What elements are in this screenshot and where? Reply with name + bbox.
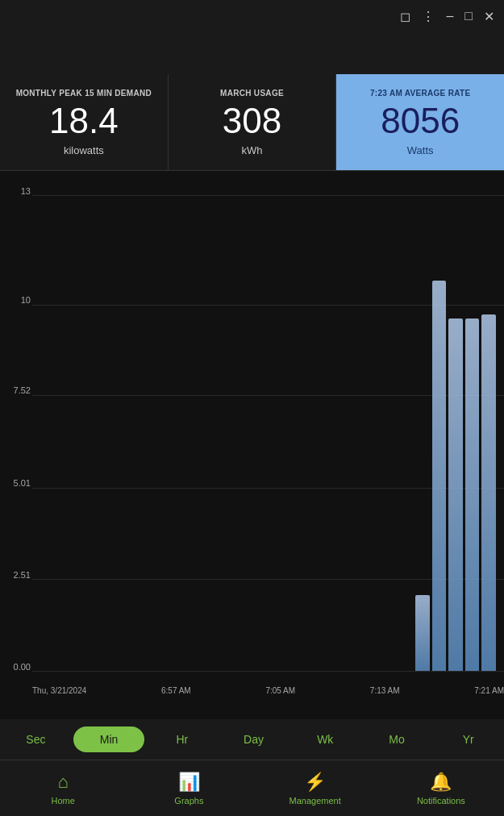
graphs-icon: 📊 — [178, 772, 200, 793]
app-bar — [0, 32, 504, 74]
chart-bar-3 — [465, 318, 480, 671]
nav-item-graphs[interactable]: 📊Graphs — [126, 765, 252, 812]
minimize-icon[interactable]: – — [446, 9, 453, 23]
stat-value-1: 308 — [223, 102, 281, 140]
nav-item-notifications[interactable]: 🔔Notifications — [378, 765, 504, 812]
management-icon: ⚡ — [304, 772, 326, 793]
time-tab-yr[interactable]: Yr — [432, 722, 504, 757]
chart-bar-1 — [432, 281, 447, 671]
stat-unit-2: Watts — [407, 144, 434, 156]
time-tabs: SecMinHrDayWkMoYr — [0, 719, 504, 760]
time-tab-day[interactable]: Day — [218, 722, 289, 757]
chart-bar-4 — [481, 314, 496, 672]
maximize-icon[interactable]: □ — [464, 9, 473, 23]
nav-label-graphs: Graphs — [174, 796, 203, 806]
stat-unit-0: kilowatts — [64, 144, 104, 156]
grid-label-5: 0.00 — [3, 662, 31, 672]
chart-bar-0 — [415, 595, 430, 671]
nav-label-notifications: Notifications — [417, 796, 465, 806]
stat-value-2: 8056 — [381, 102, 460, 140]
time-tab-mo[interactable]: Mo — [361, 722, 433, 757]
x-axis: Thu, 3/21/20246:57 AM7:05 AM7:13 AM7:21 … — [32, 686, 504, 695]
x-label-3: 7:13 AM — [370, 686, 400, 695]
stat-label-top-1: MARCH USAGE — [220, 88, 284, 98]
crop-icon[interactable]: ◻ — [400, 9, 410, 24]
grid-label-4: 2.51 — [3, 570, 31, 580]
stat-label-top-2: 7:23 AM AVERAGE RATE — [370, 88, 470, 98]
stat-card-0: MONTHLY PEAK 15 MIN DEMAND18.4kilowatts — [0, 74, 169, 170]
close-icon[interactable]: ✕ — [484, 9, 494, 24]
x-label-2: 7:05 AM — [265, 686, 295, 695]
time-tab-sec[interactable]: Sec — [0, 722, 72, 757]
time-tab-min[interactable]: Min — [73, 726, 145, 752]
x-label-0: Thu, 3/21/2024 — [32, 686, 86, 695]
bottom-nav: ⌂Home📊Graphs⚡Management🔔Notifications — [0, 760, 504, 816]
nav-label-home: Home — [51, 796, 74, 806]
nav-item-management[interactable]: ⚡Management — [252, 765, 378, 812]
time-tab-hr[interactable]: Hr — [146, 722, 218, 757]
grid-label-2: 7.52 — [3, 385, 31, 395]
stat-card-1: MARCH USAGE308kWh — [169, 74, 337, 170]
home-icon: ⌂ — [57, 772, 68, 793]
grid-label-1: 10 — [3, 295, 31, 305]
notifications-icon: 🔔 — [430, 772, 452, 793]
more-icon[interactable]: ⋮ — [422, 9, 435, 24]
chart-area: 13107.525.012.510.00 Thu, 3/21/20246:57 … — [0, 171, 504, 719]
grid-label-0: 13 — [3, 186, 31, 196]
grid-line-5: 0.00 — [32, 671, 504, 672]
stat-value-0: 18.4 — [49, 102, 119, 140]
stat-label-top-0: MONTHLY PEAK 15 MIN DEMAND — [16, 88, 152, 98]
nav-label-management: Management — [289, 796, 341, 806]
x-label-1: 6:57 AM — [161, 686, 191, 695]
bars-container — [415, 195, 496, 671]
x-label-4: 7:21 AM — [474, 686, 504, 695]
grid-label-3: 5.01 — [3, 478, 31, 488]
stat-card-2: 7:23 AM AVERAGE RATE8056Watts — [336, 74, 504, 170]
stat-unit-1: kWh — [242, 144, 263, 156]
title-bar-controls: ◻ ⋮ – □ ✕ — [400, 9, 494, 24]
time-tab-wk[interactable]: Wk — [289, 722, 361, 757]
chart-bar-2 — [448, 318, 463, 671]
stats-row: MONTHLY PEAK 15 MIN DEMAND18.4kilowattsM… — [0, 74, 504, 171]
title-bar: ◻ ⋮ – □ ✕ — [0, 0, 504, 32]
nav-item-home[interactable]: ⌂Home — [0, 765, 126, 812]
